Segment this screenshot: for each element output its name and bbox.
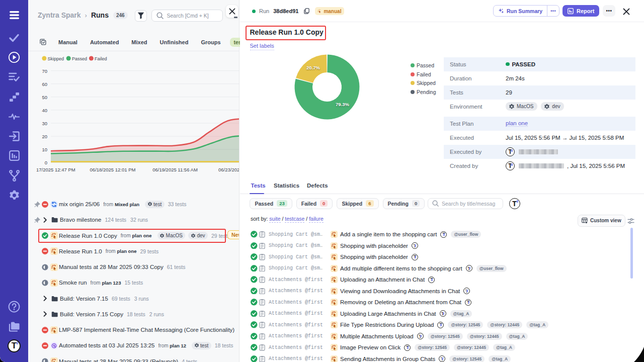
svg-text:50: 50 xyxy=(42,95,47,100)
svg-text:Failed: Failed xyxy=(95,56,107,61)
svg-text:40: 40 xyxy=(42,108,47,113)
svg-text:06/18/2025 12:01 PM: 06/18/2025 12:01 PM xyxy=(90,167,136,172)
svg-text:30: 30 xyxy=(42,121,47,126)
svg-text:Passed: Passed xyxy=(72,56,87,61)
svg-text:70: 70 xyxy=(42,68,47,74)
svg-text:0: 0 xyxy=(45,160,47,165)
svg-text:Skipped: Skipped xyxy=(48,56,64,61)
svg-text:79.3%: 79.3% xyxy=(336,102,349,107)
svg-text:20.7%: 20.7% xyxy=(306,65,320,70)
svg-text:06/23/202: 06/23/202 xyxy=(218,167,239,172)
svg-text:10: 10 xyxy=(42,147,47,152)
svg-text:06/19/2025 11:56 AM: 06/19/2025 11:56 AM xyxy=(152,167,198,172)
svg-text:20: 20 xyxy=(42,134,47,139)
svg-text:17/2025 12:47 PM: 17/2025 12:47 PM xyxy=(36,167,75,172)
svg-text:60: 60 xyxy=(42,81,47,87)
